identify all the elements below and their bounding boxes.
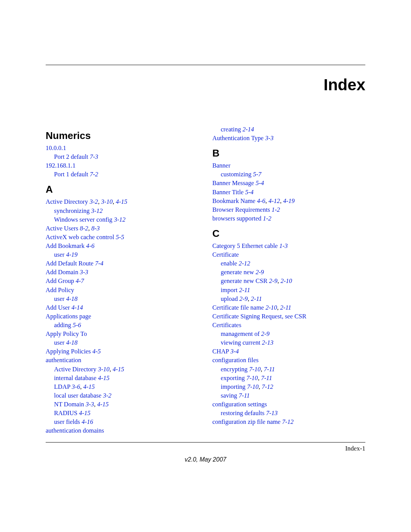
- index-link[interactable]: browsers supported: [212, 215, 263, 222]
- index-link[interactable]: importing: [221, 383, 247, 390]
- index-link[interactable]: RADIUS: [54, 409, 79, 417]
- index-link[interactable]: Applications page: [46, 313, 91, 320]
- index-link[interactable]: 7-10: [246, 374, 258, 382]
- index-link[interactable]: 2-11: [280, 304, 291, 311]
- index-link[interactable]: 4-14: [72, 304, 83, 311]
- index-link[interactable]: user: [54, 339, 66, 346]
- index-link[interactable]: 5-4: [245, 189, 253, 196]
- index-link[interactable]: authentication: [46, 356, 81, 364]
- index-link[interactable]: 7-12: [262, 383, 273, 390]
- index-link[interactable]: 3-4: [231, 348, 239, 355]
- index-link[interactable]: Banner: [212, 162, 231, 169]
- index-link[interactable]: Certificate file name: [212, 304, 266, 311]
- index-link[interactable]: 3-10: [101, 198, 113, 205]
- index-link[interactable]: 7-12: [282, 418, 293, 425]
- index-link[interactable]: Port 2 default: [54, 153, 90, 160]
- index-link[interactable]: 8-2: [80, 225, 88, 232]
- index-link[interactable]: management of: [221, 330, 261, 337]
- index-link[interactable]: Add Policy: [46, 286, 74, 294]
- index-link[interactable]: Certificates: [212, 321, 241, 329]
- index-link[interactable]: authentication domains: [46, 427, 104, 434]
- index-link[interactable]: NT Domain: [54, 401, 86, 408]
- index-link[interactable]: 7-11: [239, 392, 250, 399]
- index-link[interactable]: internal database: [54, 374, 98, 382]
- index-link[interactable]: 10.0.0.1: [46, 144, 66, 152]
- index-link[interactable]: Add User: [46, 304, 72, 311]
- index-link[interactable]: 4-15: [79, 409, 91, 417]
- index-link[interactable]: synchronizing: [54, 207, 91, 214]
- index-link[interactable]: local user database: [54, 392, 103, 399]
- index-link[interactable]: 4-15: [83, 383, 95, 390]
- index-link[interactable]: 7-4: [95, 260, 104, 267]
- index-link[interactable]: 2-9: [269, 277, 277, 284]
- index-link[interactable]: user: [54, 251, 66, 258]
- index-link[interactable]: 7-13: [266, 409, 277, 417]
- index-link[interactable]: exporting: [221, 374, 246, 382]
- index-link[interactable]: configuration settings: [212, 401, 267, 408]
- index-link[interactable]: 5-5: [116, 233, 124, 241]
- index-link[interactable]: 2-9: [256, 268, 264, 276]
- index-link[interactable]: Windows server config: [54, 216, 114, 223]
- index-link[interactable]: Applying Policies: [46, 348, 92, 355]
- index-link[interactable]: 2-11: [251, 295, 262, 302]
- index-link[interactable]: 4-15: [98, 374, 109, 382]
- index-link[interactable]: 192.168.1.1: [46, 162, 75, 169]
- index-link[interactable]: 2-14: [242, 126, 254, 133]
- index-link[interactable]: 5-7: [253, 171, 261, 178]
- index-link[interactable]: 3-6: [72, 383, 80, 390]
- index-link[interactable]: user: [54, 295, 66, 302]
- index-link[interactable]: 7-3: [90, 153, 98, 160]
- index-link[interactable]: Apply Policy To: [46, 330, 87, 337]
- index-link[interactable]: Add Default Route: [46, 260, 95, 267]
- index-link[interactable]: 3-2: [89, 198, 98, 205]
- index-link[interactable]: 2-11: [239, 286, 250, 294]
- index-link[interactable]: configuration files: [212, 356, 258, 364]
- index-link[interactable]: 1-2: [272, 206, 280, 213]
- index-link[interactable]: 2-9: [239, 295, 248, 302]
- index-link[interactable]: 4-6: [86, 242, 94, 249]
- index-link[interactable]: Banner Message: [212, 179, 256, 187]
- index-link[interactable]: 4-16: [81, 418, 93, 425]
- index-link[interactable]: saving: [221, 392, 239, 399]
- index-link[interactable]: generate new: [221, 268, 256, 276]
- index-link[interactable]: 1-2: [263, 215, 271, 222]
- index-link[interactable]: Banner Title: [212, 189, 245, 196]
- index-link[interactable]: LDAP: [54, 383, 72, 390]
- index-link[interactable]: 2-12: [239, 260, 250, 267]
- index-link[interactable]: 4-6: [257, 197, 265, 204]
- index-link[interactable]: 4-19: [66, 251, 78, 258]
- index-link[interactable]: 7-11: [264, 366, 275, 373]
- index-link[interactable]: 3-3: [86, 401, 94, 408]
- index-link[interactable]: Port 1 default: [54, 171, 90, 178]
- index-link[interactable]: Active Directory: [54, 366, 98, 373]
- index-link[interactable]: 5-6: [73, 321, 81, 329]
- index-link[interactable]: configuration zip file name: [212, 418, 282, 425]
- index-link[interactable]: Active Users: [46, 225, 80, 232]
- index-link[interactable]: ActiveX web cache control: [46, 233, 116, 241]
- index-link[interactable]: 8-3: [91, 225, 100, 232]
- index-link[interactable]: upload: [221, 295, 239, 302]
- index-link[interactable]: 3-3: [80, 268, 88, 276]
- index-link[interactable]: Bookmark Name: [212, 197, 257, 204]
- index-link[interactable]: encrypting: [221, 366, 249, 373]
- index-link[interactable]: Active Directory: [46, 198, 89, 205]
- index-link[interactable]: 7-10: [247, 383, 258, 390]
- index-link[interactable]: enable: [221, 260, 239, 267]
- index-link[interactable]: 7-2: [90, 171, 98, 178]
- index-link[interactable]: Browser Requirements: [212, 206, 272, 213]
- index-link[interactable]: 3-12: [114, 216, 125, 223]
- index-link[interactable]: 3-2: [103, 392, 112, 399]
- index-link[interactable]: import: [221, 286, 239, 294]
- index-link[interactable]: Authentication Type: [212, 134, 265, 142]
- index-link[interactable]: 2-10: [266, 304, 277, 311]
- index-link[interactable]: 4-15: [116, 198, 127, 205]
- index-link[interactable]: 7-11: [261, 374, 272, 382]
- index-link[interactable]: 4-15: [97, 401, 108, 408]
- index-link[interactable]: 4-5: [92, 348, 101, 355]
- index-link[interactable]: 4-18: [66, 295, 78, 302]
- index-link[interactable]: 2-13: [262, 339, 273, 346]
- index-link[interactable]: 4-15: [113, 366, 124, 373]
- index-link[interactable]: viewing current: [221, 339, 262, 346]
- index-link[interactable]: Add Bookmark: [46, 242, 86, 249]
- index-link[interactable]: customizing: [221, 171, 253, 178]
